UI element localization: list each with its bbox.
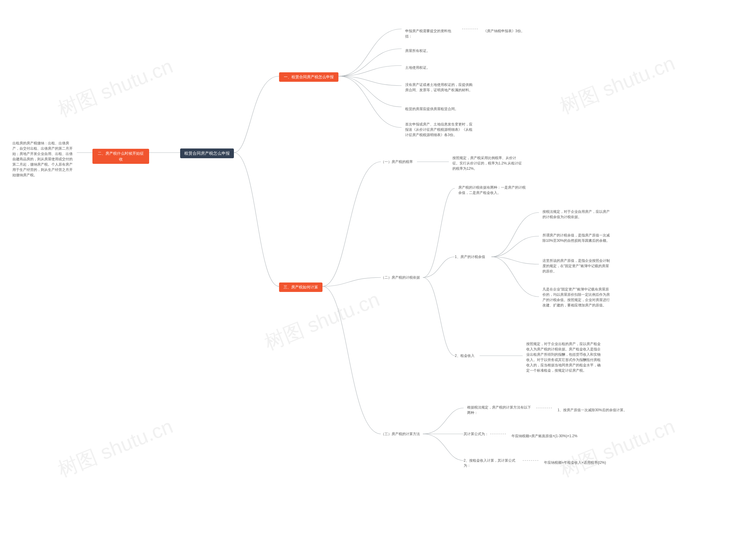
s3-sub1-text: 按照规定，房产税采用比例税率、从价计征。实行从价计征的，税率为1.2%;从租计征…: [449, 153, 526, 173]
root-node[interactable]: 租赁合同房产税怎么申报: [180, 148, 234, 158]
s3-sub1-title[interactable]: （一）房产税的税率: [381, 159, 413, 164]
s3-sub3-formula-lead: 其计算公式为：: [464, 432, 488, 437]
s1-item-5: 租赁的房屋应提供房屋租赁合同。: [402, 104, 478, 113]
s1-item-3: 土地使用权证。: [402, 63, 461, 72]
watermark: 树图 shutu.cn: [556, 50, 679, 120]
s3-sub2-g1-p3: 这里所说的房产原值，是指企业按照会计制度的规定，在"固定资产"账簿中记载的房屋的…: [539, 256, 616, 276]
s3-sub2-g1-p2: 所谓房产的计税余值，是指房产原值一次减除10%至30%的自然损耗等因素后的余额。: [539, 231, 616, 245]
s3-sub3-title[interactable]: （三）房产税的计算方法: [381, 432, 420, 437]
s1-item-1-pre: 申报房产税需要提交的资料包括：: [402, 27, 461, 41]
s3-sub2-g1-p4: 凡是在企业"固定资产"账簿中记载有房屋原价的，均以房屋原价扣除一定比例后作为房产…: [539, 285, 616, 310]
s3-sub2-g1-title[interactable]: 1、房产的计税余值: [455, 254, 485, 259]
s3-sub3-p1: 1、按房产原值一次减除30%后的余值计算。: [554, 406, 634, 414]
watermark: 树图 shutu.cn: [54, 53, 177, 123]
s2-text: 出租房的房产税缴纳：出租、出借房产，自交付出租、出借房产的第二月开始；房地产开发…: [9, 139, 77, 179]
s3-sub2-g1-p1: 按税法规定，对于企业自用房产，应以房产的计税余值为计税依据。: [539, 207, 616, 221]
s1-item-2: 房屋所有权证。: [402, 46, 461, 55]
watermark: 树图 shutu.cn: [54, 413, 177, 484]
watermark: 树图 shutu.cn: [261, 286, 384, 357]
s3-sub3-formula2: 年应纳税额=年租金收入×适用税率(l2%): [540, 458, 629, 467]
s1-item-4: 没有房产证或者土地使用权证的，应提供购房合同、发票等，证明房地产权属的材料。: [402, 80, 478, 94]
s1-item-1-post: 《房产纳税申报表》3份。: [480, 27, 542, 36]
s3-sub3-p2-lead: 2、按租金收入计算，其计算公式为：: [464, 458, 521, 468]
watermark: 树图 shutu.cn: [556, 413, 679, 484]
section-1[interactable]: 一、租赁合同房产税怎么申报: [279, 72, 338, 82]
section-3[interactable]: 三、房产税如何计算: [279, 282, 322, 292]
s3-sub2-intro: 房产税的计税依据有两种：一是房产的计税余值，二是房产租金收入。: [455, 183, 531, 197]
s3-sub3-formula1: 年应纳税额=房产账面原值×(1-30%)×1.2%: [508, 432, 597, 441]
s3-sub2-g2-text: 按照规定，对于企业出租的房产，应以房产租金收入为房产税的计税依据。房产租金收入是…: [523, 339, 606, 375]
s3-sub2-title[interactable]: （二）房产税的计税依据: [381, 275, 420, 280]
section-2[interactable]: 二、房产税什么时候开始征收: [93, 149, 149, 164]
s3-sub3-intro: 根据税法规定，房产税的计算方法有以下两种：: [464, 403, 534, 417]
s3-sub2-g2-title[interactable]: 2、租金收入: [455, 353, 474, 359]
s1-item-6: 首次申报或房产、土地信息发生变更时，应报送《从价计征房产税税源明细表》《从租计征…: [402, 120, 478, 139]
edges-layer: [0, 0, 756, 534]
mindmap-canvas: 树图 shutu.cn 树图 shutu.cn 树图 shutu.cn 树图 s…: [0, 0, 756, 534]
